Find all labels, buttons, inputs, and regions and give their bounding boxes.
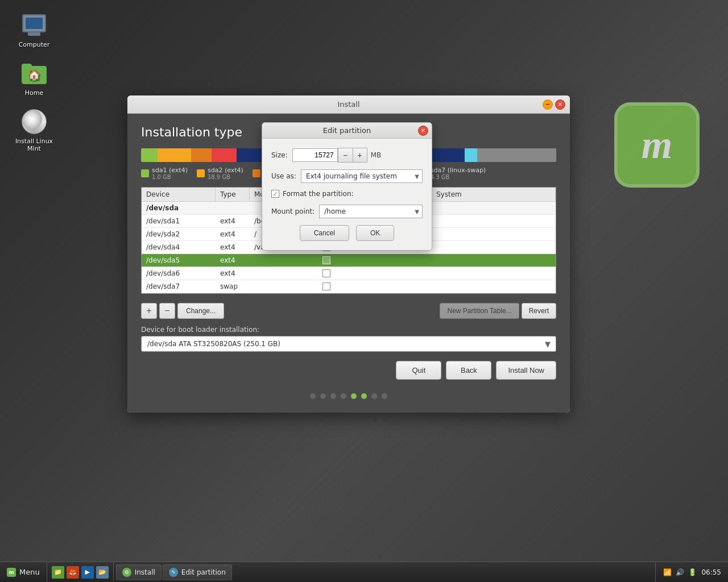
use-as-select-wrap: Ext4 journaling file system ▼ (301, 169, 423, 183)
format-label: Format the partition: (283, 190, 354, 198)
cell-device-sda2: /dev/sda2 (142, 228, 216, 240)
col-type: Type (216, 188, 250, 201)
bottom-buttons: Quit Back Install Now (127, 354, 570, 386)
desktop-icons: Computer 🏠 Home Install Linux Mint (11, 11, 57, 152)
size-decrease-button[interactable]: − (338, 148, 353, 163)
legend-sda1: sda1 (ext4) 1.0 GB (141, 167, 188, 180)
bootloader-label: Device for boot loader installation: (141, 326, 556, 334)
table-actions: + − Change... New Partition Table... Rev… (127, 298, 570, 323)
dialog-mount-row: Mount point: /home ▼ (271, 205, 423, 218)
window-titlebar: Install ─ ✕ (127, 95, 570, 114)
size-input[interactable] (292, 148, 338, 162)
new-partition-table-button[interactable]: New Partition Table... (440, 303, 519, 319)
segment-sda4 (191, 148, 212, 162)
dialog-ok-button[interactable]: OK (356, 225, 394, 241)
cell-type-sda6: ext4 (216, 267, 250, 280)
install-mint-icon-label: Install Linux Mint (11, 138, 57, 152)
tray-network-icon[interactable]: 📶 (663, 568, 672, 577)
tray-icons: 📶 🔊 🔋 (663, 568, 697, 577)
legend-label-sda1: sda1 (ext4) (152, 167, 188, 174)
format-checkbox[interactable] (271, 190, 279, 198)
table-row-sda5[interactable]: /dev/sda5 ext4 (142, 254, 556, 267)
cell-device-sda: /dev/sda (142, 202, 216, 214)
cell-format-sda6[interactable] (307, 267, 346, 280)
table-row-sda6[interactable]: /dev/sda6 ext4 (142, 267, 556, 280)
cell-device-sda1: /dev/sda1 (142, 215, 216, 227)
bootloader-section: Device for boot loader installation: /de… (127, 323, 570, 354)
taskbar-item-install[interactable]: ⚙ Install (116, 564, 162, 580)
segment-sda7 (465, 148, 477, 162)
revert-button[interactable]: Revert (522, 303, 556, 319)
taskbar-install-icon: ⚙ (122, 568, 131, 577)
mount-label: Mount point: (271, 207, 315, 215)
page-dot-2 (320, 393, 326, 399)
change-partition-button[interactable]: Change... (177, 303, 224, 319)
page-dot-3 (330, 393, 336, 399)
legend-label-sda7: sda7 (linux-swap) (431, 167, 486, 174)
legend-color-sda1 (141, 169, 149, 177)
home-icon-label: Home (25, 89, 43, 97)
back-button[interactable]: Back (446, 361, 491, 380)
taskbar-edit-icon: ✎ (169, 568, 178, 577)
menu-icon: m (7, 568, 16, 577)
taskbar-items: ⚙ Install ✎ Edit partition (114, 562, 656, 582)
desktop-icon-computer[interactable]: Computer (11, 11, 57, 48)
dialog-title: Edit partition (323, 126, 371, 135)
dialog-format-row: Format the partition: (271, 190, 423, 198)
tray-battery-icon[interactable]: 🔋 (688, 568, 697, 577)
close-button[interactable]: ✕ (555, 99, 565, 110)
quicklaunch-files2[interactable]: 📂 (96, 566, 109, 579)
mint-logo: m (614, 102, 700, 188)
bootloader-select[interactable]: /dev/sda ATA ST3250820AS (250.1 GB) (141, 336, 556, 352)
checkbox-sda5[interactable] (322, 256, 330, 264)
cell-mount-sda6 (250, 267, 307, 280)
quicklaunch-terminal[interactable]: ▶ (81, 566, 94, 579)
minimize-button[interactable]: ─ (543, 99, 553, 110)
quicklaunch-firefox[interactable]: 🦊 (67, 566, 79, 579)
legend-sda2: sda2 (ext4) 18.9 GB (197, 167, 243, 180)
segment-free (477, 148, 556, 162)
quit-button[interactable]: Quit (396, 361, 441, 380)
page-dot-5 (351, 393, 357, 399)
cell-type-sda7: swap (216, 280, 250, 293)
computer-icon-label: Computer (19, 41, 50, 48)
col-system: System (432, 188, 556, 201)
legend-color-sda2 (197, 169, 205, 177)
tray-volume-icon[interactable]: 🔊 (675, 568, 684, 577)
dialog-titlebar: Edit partition ✕ (262, 123, 432, 139)
desktop-icon-home[interactable]: 🏠 Home (11, 60, 57, 97)
cell-device-sda4: /dev/sda4 (142, 241, 216, 253)
cell-device-sda7: /dev/sda7 (142, 280, 216, 293)
checkbox-sda6[interactable] (322, 269, 330, 277)
cell-type-sda2: ext4 (216, 228, 250, 240)
use-as-select[interactable]: Ext4 journaling file system (301, 169, 423, 183)
dialog-close-button[interactable]: ✕ (418, 126, 428, 136)
col-device: Device (142, 188, 216, 201)
add-partition-button[interactable]: + (141, 303, 157, 319)
edit-partition-dialog: Edit partition ✕ Size: − + MB Use as: Ex… (262, 122, 432, 251)
desktop-icon-install-mint[interactable]: Install Linux Mint (11, 108, 57, 152)
dialog-size-row: Size: − + MB (271, 148, 423, 163)
cell-format-sda5[interactable] (307, 254, 346, 267)
cell-format-sda7[interactable] (307, 280, 346, 293)
cell-mount-sda7 (250, 280, 307, 293)
cell-device-sda5: /dev/sda5 (142, 254, 216, 267)
legend-size-sda2: 18.9 GB (208, 174, 243, 180)
dialog-cancel-button[interactable]: Cancel (300, 225, 349, 241)
mount-select[interactable]: /home (319, 205, 423, 218)
table-row-sda7[interactable]: /dev/sda7 swap (142, 280, 556, 293)
checkbox-sda7[interactable] (322, 282, 330, 290)
legend-label-sda2: sda2 (ext4) (208, 167, 243, 174)
bootloader-select-wrap: /dev/sda ATA ST3250820AS (250.1 GB) ▼ (141, 336, 556, 352)
taskbar-menu-button[interactable]: m Menu (0, 562, 47, 582)
taskbar-item-edit-partition[interactable]: ✎ Edit partition (163, 564, 232, 580)
taskbar-edit-label: Edit partition (181, 568, 226, 576)
page-dot-1 (310, 393, 316, 399)
quicklaunch-files[interactable]: 📁 (52, 566, 64, 579)
segment-sda1 (141, 148, 158, 162)
remove-partition-button[interactable]: − (159, 303, 175, 319)
size-label: Size: (271, 151, 288, 159)
mount-select-wrap: /home ▼ (319, 205, 423, 218)
size-increase-button[interactable]: + (353, 148, 367, 163)
install-now-button[interactable]: Install Now (496, 361, 556, 380)
